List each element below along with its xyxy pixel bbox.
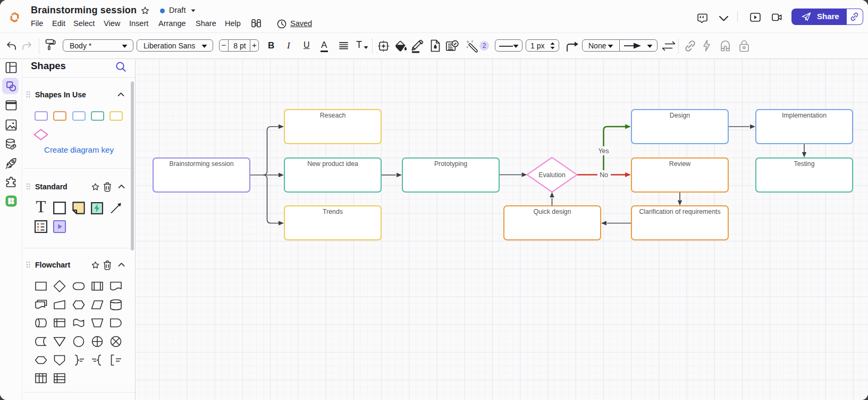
svg-text:Evalution: Evalution bbox=[538, 171, 566, 179]
svg-text:Yes: Yes bbox=[598, 147, 609, 155]
svg-text:No: No bbox=[600, 171, 608, 179]
